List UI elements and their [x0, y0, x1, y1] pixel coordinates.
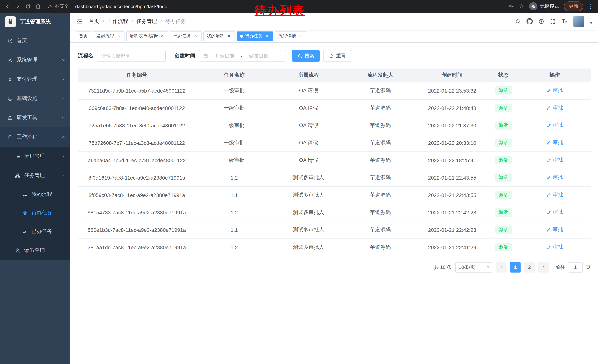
tab-home[interactable]: 首页 [75, 31, 91, 41]
security-label: 不安全 [54, 3, 69, 10]
browser-chrome: 不安全 dashboard.yudao.iocoder.cn/bpm/task/… [0, 0, 598, 13]
sidebar-item-task-mgmt[interactable]: 任务管理 [0, 166, 70, 185]
breadcrumb-workflow[interactable]: 工作流程 [108, 18, 128, 25]
close-icon[interactable]: × [116, 33, 121, 39]
next-page-button[interactable] [538, 262, 549, 272]
end-date-input[interactable] [245, 53, 273, 59]
sidebar-item-dev-tools[interactable]: 研发工具 [0, 108, 70, 127]
goto-label: 前往 [555, 264, 565, 270]
sidebar-item-payment-mgmt[interactable]: 支付管理 [0, 70, 70, 89]
tab-todo-tasks[interactable]: 待办任务× [237, 31, 273, 41]
table-header-row: 任务编号 任务名称 所属流程 流程发起人 创建时间 状态 操作 [78, 68, 590, 82]
goto-page-input[interactable] [568, 262, 583, 272]
page-1-button[interactable]: 1 [510, 262, 521, 272]
approve-link[interactable]: 审批 [546, 192, 563, 198]
breadcrumb-separator: / [103, 18, 104, 24]
collapse-sidebar-icon[interactable] [76, 18, 83, 25]
star-icon[interactable]: ☆ [519, 3, 524, 9]
approve-link[interactable]: 审批 [546, 105, 563, 111]
url-text[interactable]: dashboard.yudao.iocoder.cn/bpm/task/todo [75, 4, 167, 9]
sidebar-item-infrastructure[interactable]: 基础设施 [0, 89, 70, 108]
sidebar-item-home[interactable]: 首页 [0, 31, 70, 50]
search-icon[interactable] [515, 18, 521, 24]
approve-link[interactable]: 审批 [546, 244, 563, 251]
process-name-input[interactable] [97, 50, 166, 62]
back-icon[interactable] [4, 3, 10, 9]
prev-page-button[interactable] [496, 262, 507, 272]
edit-icon [546, 105, 551, 110]
approve-link[interactable]: 审批 [546, 87, 563, 94]
key-icon[interactable] [508, 3, 514, 9]
eye-icon [22, 210, 28, 216]
task-id-cell: 069c6a63-7b8a-11ec-8ef0-acde48001122 [78, 99, 196, 117]
tab-my-process[interactable]: 我的流程× [203, 31, 235, 41]
font-size-icon[interactable] [562, 18, 568, 24]
browser-update-button[interactable]: 更新 [564, 1, 583, 11]
dashboard-icon [8, 38, 13, 43]
user-icon [15, 248, 20, 253]
table-row: a6aba0a4-7b6d-11ec-b781-acde48001122 一级审… [78, 152, 590, 169]
page-2-button[interactable]: 2 [524, 262, 535, 272]
sidebar-item-workflow[interactable]: 工作流程 [0, 127, 70, 147]
sidebar-item-system-mgmt[interactable]: 系统管理 [0, 50, 70, 70]
github-icon[interactable] [527, 18, 533, 24]
approve-link[interactable]: 审批 [546, 226, 563, 233]
start-date-input[interactable] [210, 53, 239, 59]
sidebar-item-my-process[interactable]: 我的流程 [0, 185, 70, 204]
approve-link[interactable]: 审批 [546, 122, 563, 129]
close-icon[interactable]: × [226, 33, 232, 39]
close-icon[interactable]: × [193, 33, 198, 39]
tab-start-process[interactable]: 发起流程× [93, 31, 125, 41]
security-warning[interactable]: 不安全 [48, 3, 69, 10]
col-starter: 流程发起人 [344, 68, 416, 82]
process-name-label: 流程名 [78, 53, 93, 59]
goto-page-group: 前往 页 [555, 262, 590, 272]
sidebar-item-process-mgmt[interactable]: 流程管理 [0, 147, 70, 166]
annotation-overlay: 待办列表 [255, 3, 305, 19]
date-range-picker[interactable]: - [199, 50, 286, 62]
incognito-label: 无痕模式 [540, 3, 559, 10]
col-actions: 操作 [519, 68, 590, 82]
status-badge: 激活 [495, 138, 512, 147]
home-icon[interactable] [35, 3, 41, 9]
active-tab-dot [240, 35, 243, 38]
approve-link[interactable]: 审批 [546, 157, 563, 163]
tab-done-tasks[interactable]: 已办任务× [170, 31, 201, 41]
approve-link[interactable]: 审批 [546, 139, 563, 146]
page-size-select[interactable]: 10条/页 ▾ [455, 262, 492, 272]
date-range-separator: - [241, 53, 242, 59]
breadcrumb-separator: / [132, 18, 133, 24]
col-task-name: 任务名称 [196, 68, 273, 82]
close-icon[interactable]: × [265, 33, 270, 39]
sidebar-item-done-tasks[interactable]: 已办任务 [0, 222, 70, 241]
chevron-down-icon[interactable]: ▾ [590, 21, 592, 27]
breadcrumb-task-mgmt[interactable]: 任务管理 [136, 18, 157, 25]
refresh-icon[interactable] [25, 4, 31, 9]
close-icon[interactable]: × [298, 33, 303, 39]
pagination-total: 共 16 条 [434, 264, 452, 270]
approve-link[interactable]: 审批 [546, 174, 563, 181]
status-badge: 激活 [495, 226, 512, 234]
search-button[interactable]: 搜索 [292, 50, 320, 62]
logo[interactable]: 芋道管理系统 [0, 13, 70, 31]
breadcrumb-separator: / [160, 18, 162, 24]
breadcrumb-home[interactable]: 首页 [89, 18, 99, 25]
sidebar-item-leave-query[interactable]: 请假查询 [0, 241, 70, 260]
help-icon[interactable] [539, 18, 544, 24]
incognito-badge: 无痕模式 [529, 2, 559, 10]
reset-button[interactable]: 重置 [324, 50, 351, 62]
address-bar[interactable]: 不安全 dashboard.yudao.iocoder.cn/bpm/task/… [48, 3, 167, 10]
edit-icon [546, 158, 551, 162]
table-row: 381aa1dd-7ac8-11ec-a9e2-a2380e71991a 1.2… [78, 238, 590, 256]
sidebar-item-todo-tasks[interactable]: 待办任务 [0, 204, 70, 222]
avatar[interactable] [573, 16, 584, 27]
browser-menu-icon[interactable]: ⋮ [588, 4, 594, 9]
close-icon[interactable]: × [160, 33, 165, 39]
tab-form-edit[interactable]: 流程表单-编辑× [126, 31, 168, 41]
yen-icon [8, 76, 13, 82]
sidebar: 芋道管理系统 首页 系统管理 支付管理 基础设施 [0, 13, 70, 364]
tab-process-detail[interactable]: 流程详情× [275, 31, 307, 41]
approve-link[interactable]: 审批 [546, 209, 563, 216]
fullscreen-icon[interactable] [550, 18, 556, 24]
forward-icon[interactable] [15, 3, 21, 9]
